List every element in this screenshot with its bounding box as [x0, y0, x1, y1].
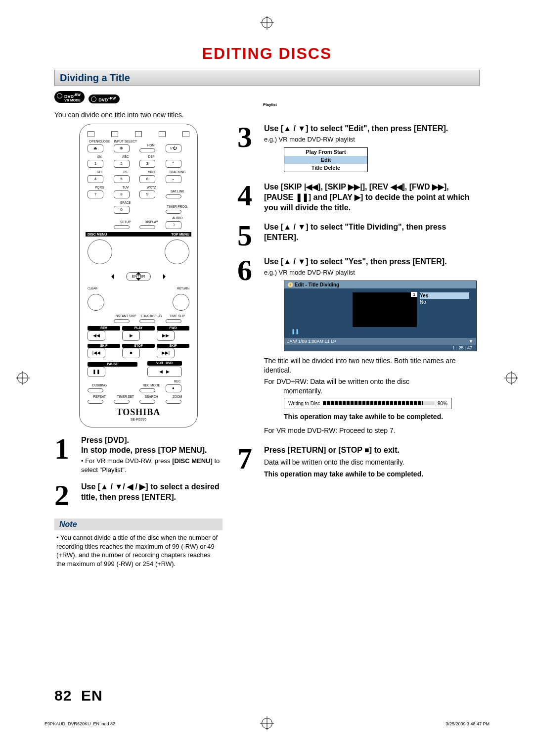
brand-label: TOSHIBA — [88, 408, 189, 417]
step-eg: e.g.) VR mode DVD-RW playlist — [264, 268, 480, 277]
reg-mark-icon — [262, 17, 272, 28]
step-instruction: Use [▲ / ▼/ ◀ / ▶] to select a desired t… — [81, 482, 222, 503]
step-instruction: Press [RETURN] or [STOP ■] to exit. — [264, 445, 480, 456]
progress-percent: 90% — [438, 401, 447, 406]
model-label: SE-R0295 — [88, 418, 189, 421]
step-text: For DVD+RW: Data will be written onto th… — [264, 377, 480, 396]
reg-mark-icon — [506, 373, 517, 383]
footer-filename: E9PKAUD_DVR620KU_EN.indd 82 — [44, 721, 115, 726]
ss-timestamp: JAN/ 1/09 1:00AM L1 LP — [287, 339, 336, 344]
page-title: EDITING DISCS — [54, 45, 480, 63]
step-instruction: Use [▲ / ▼] to select "Title Dividing", … — [264, 222, 480, 243]
step-number: 7 — [237, 445, 259, 472]
step-number: 4 — [237, 182, 259, 209]
step-instruction: Use [▲ / ▼] to select "Yes", then press … — [264, 257, 480, 267]
step-number: 3 — [237, 124, 259, 150]
step-number: 1 — [54, 435, 76, 462]
ss-option-no: No — [420, 299, 469, 305]
menu-item: Title Delete — [284, 164, 367, 172]
section-heading: Dividing a Title — [54, 70, 480, 86]
progress-label: Writing to Disc — [288, 401, 320, 406]
intro-text: You can divide one title into two new ti… — [54, 111, 480, 119]
step-text: Data will be written onto the disc momen… — [264, 458, 480, 467]
popup-menu: Play From Start Edit Title Delete — [284, 147, 368, 172]
step-1: 1 Press [DVD].In stop mode, press [TOP M… — [54, 435, 222, 474]
ss-title: 📀 Edit - Title Dividing — [287, 282, 339, 287]
disc-badges: DVD-RWVR MODE DVD+RW Playlist — [54, 91, 480, 107]
warning-text: This operation may take awhile to be com… — [284, 412, 480, 421]
step-6: 6 Use [▲ / ▼] to select "Yes", then pres… — [237, 257, 480, 437]
dvd-rw-badge: DVD-RWVR MODE — [54, 91, 85, 103]
step-4: 4 Use [SKIP |◀◀], [SKIP ▶▶|], [REV ◀◀], … — [237, 182, 480, 214]
step-text: The title will be divided into two new t… — [264, 356, 480, 375]
dvd-plusrw-badge: DVD+RW — [89, 94, 120, 103]
step-number: 5 — [237, 222, 259, 249]
step-sub: • For VR mode DVD-RW, press [DISC MENU] … — [81, 457, 222, 474]
step-instruction: Use [SKIP |◀◀], [SKIP ▶▶|], [REV ◀◀], [F… — [264, 182, 480, 213]
footer-datetime: 3/25/2009 3:48:47 PM — [445, 721, 490, 726]
progress-bar: Writing to Disc 90% — [284, 398, 452, 409]
step-eg: e.g.) VR mode DVD-RW playlist — [264, 135, 480, 144]
step-7: 7 Press [RETURN] or [STOP ■] to exit. Da… — [237, 445, 480, 480]
reg-mark-icon — [17, 373, 28, 383]
remote-illustration: OPEN/CLOSE⏏ INPUT SELECT⊕ HDMI I/⏻ @/:1 … — [79, 124, 198, 427]
step-number: 2 — [54, 482, 76, 509]
step-number: 6 — [237, 257, 259, 284]
step-text: For VR mode DVD-RW: Proceed to step 7. — [264, 426, 480, 435]
playlist-label: Playlist — [60, 102, 480, 107]
warning-text: This operation may take awhile to be com… — [264, 470, 480, 478]
menu-item: Play From Start — [284, 148, 367, 156]
step-5: 5 Use [▲ / ▼] to select "Title Dividing"… — [237, 222, 480, 249]
ss-time: 1 : 25 : 47 — [284, 345, 476, 351]
step-instruction: Use [▲ / ▼] to select "Edit", then press… — [264, 124, 480, 134]
ss-thumbnail: 1 — [353, 292, 417, 327]
step-2: 2 Use [▲ / ▼/ ◀ / ▶] to select a desired… — [54, 482, 222, 509]
page-number: 82 EN — [54, 687, 103, 704]
note-heading: Note — [54, 519, 222, 530]
menu-item-selected: Edit — [284, 156, 367, 164]
pause-icon: ❚❚ — [291, 329, 299, 334]
step-instruction: Press [DVD].In stop mode, press [TOP MEN… — [81, 435, 222, 456]
reg-mark-icon — [262, 718, 272, 729]
screenshot-edit-dialog: 📀 Edit - Title Dividing 1 Yes No ❚❚ JAN/… — [284, 281, 477, 351]
step-3: 3 Use [▲ / ▼] to select "Edit", then pre… — [237, 124, 480, 174]
ss-option-yes: Yes — [420, 292, 469, 299]
note-body: • You cannot divide a title of the disc … — [54, 530, 222, 571]
